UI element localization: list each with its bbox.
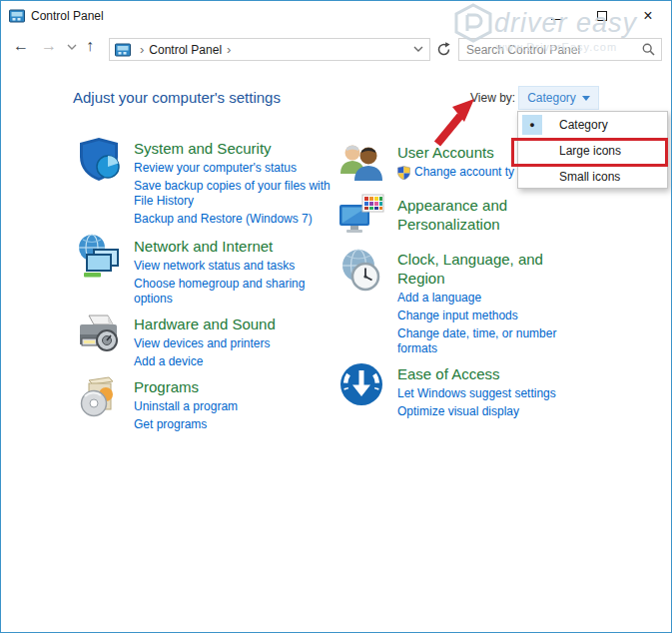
control-panel-window: driver easy www.DriverEasy.com Control P… <box>0 0 672 633</box>
view-by-value: Category <box>527 91 576 105</box>
maximize-icon <box>597 11 607 21</box>
minimize-icon <box>551 19 562 20</box>
close-icon: × <box>643 7 652 25</box>
caret-down-icon <box>582 96 590 101</box>
programs-icon[interactable] <box>75 372 123 420</box>
menu-item-category[interactable]: ● Category <box>518 112 667 138</box>
breadcrumb-control-panel-icon <box>115 43 131 57</box>
search-box[interactable] <box>458 38 662 61</box>
ease-of-access-icon[interactable] <box>337 360 385 408</box>
page-title: Adjust your computer's settings <box>73 89 281 106</box>
task-link[interactable]: Uninstall a program <box>134 399 343 414</box>
category-network-and-internet: Network and Internet View network status… <box>134 237 343 310</box>
category-appearance-personalization: Appearance and Personalization <box>397 196 575 237</box>
category-programs: Programs Uninstall a program Get program… <box>134 377 343 435</box>
back-button[interactable]: ← <box>13 35 29 57</box>
close-button[interactable]: × <box>625 1 671 31</box>
network-internet-icon[interactable] <box>75 233 123 281</box>
crumb-separator-icon[interactable]: › <box>227 42 231 57</box>
crumb-separator-icon: › <box>140 42 144 57</box>
task-link[interactable]: Get programs <box>134 417 343 432</box>
task-link[interactable]: View devices and printers <box>134 336 343 351</box>
task-link[interactable]: Add a device <box>134 354 343 369</box>
category-ease-of-access: Ease of Access Let Windows suggest setti… <box>397 364 575 422</box>
task-link[interactable]: Add a language <box>397 291 575 306</box>
task-link[interactable]: View network status and tasks <box>134 259 343 274</box>
view-by-menu: ● Category Large icons Small icons <box>517 111 668 189</box>
task-link[interactable]: Review your computer's status <box>134 161 343 176</box>
task-link[interactable]: Save backup copies of your files with Fi… <box>134 179 343 209</box>
up-button[interactable]: ↑ <box>86 35 94 57</box>
task-link[interactable]: Choose homegroup and sharing options <box>134 277 343 307</box>
category-title-link[interactable]: Network and Internet <box>134 237 343 256</box>
selected-radio-indicator: ● <box>522 115 542 135</box>
category-title-link[interactable]: Programs <box>134 377 343 396</box>
view-by-label: View by: <box>470 91 515 105</box>
task-link[interactable]: Backup and Restore (Windows 7) <box>134 212 343 227</box>
navigation-bar: ← → ↑ › Control Panel › <box>1 31 671 63</box>
category-title-link[interactable]: Hardware and Sound <box>134 315 343 333</box>
category-hardware-and-sound: Hardware and Sound View devices and prin… <box>134 315 343 372</box>
menu-item-large-icons[interactable]: Large icons <box>518 138 667 164</box>
clock-language-region-icon[interactable] <box>337 247 385 295</box>
breadcrumb[interactable]: › Control Panel › <box>109 38 430 61</box>
titlebar: Control Panel × <box>1 1 671 31</box>
radio-dot-icon: ● <box>529 120 534 130</box>
search-input[interactable] <box>459 43 642 57</box>
system-security-icon[interactable] <box>75 135 123 183</box>
window-title: Control Panel <box>31 9 104 23</box>
forward-button[interactable]: → <box>41 35 57 57</box>
maximize-button[interactable] <box>579 1 625 31</box>
task-link[interactable]: Optimize visual display <box>397 404 575 419</box>
address-dropdown-chevron-icon[interactable] <box>413 46 423 53</box>
search-icon[interactable] <box>642 43 655 56</box>
category-system-and-security: System and Security Review your computer… <box>134 139 343 230</box>
category-clock-language-region: Clock, Language, and Region Add a langua… <box>397 250 575 359</box>
breadcrumb-item-control-panel[interactable]: Control Panel <box>149 43 222 57</box>
category-title-link[interactable]: System and Security <box>134 139 343 158</box>
user-accounts-icon[interactable] <box>337 139 385 187</box>
refresh-icon[interactable] <box>436 42 451 57</box>
category-title-link[interactable]: Clock, Language, and Region <box>397 250 577 288</box>
hardware-sound-icon[interactable] <box>75 311 123 358</box>
menu-item-small-icons[interactable]: Small icons <box>518 164 667 190</box>
recent-pages-chevron-icon[interactable] <box>67 44 77 51</box>
task-link[interactable]: Change date, time, or number formats <box>397 326 575 356</box>
category-title-link[interactable]: Appearance and Personalization <box>397 196 577 234</box>
uac-shield-icon <box>397 166 410 180</box>
task-link[interactable]: Let Windows suggest settings <box>397 386 575 401</box>
control-panel-icon <box>9 9 25 23</box>
category-title-link[interactable]: Ease of Access <box>397 364 577 383</box>
appearance-personalization-icon[interactable] <box>337 193 385 241</box>
view-by-dropdown[interactable]: Category <box>518 86 599 110</box>
minimize-button[interactable] <box>533 1 579 31</box>
task-link[interactable]: Change input methods <box>397 309 575 323</box>
